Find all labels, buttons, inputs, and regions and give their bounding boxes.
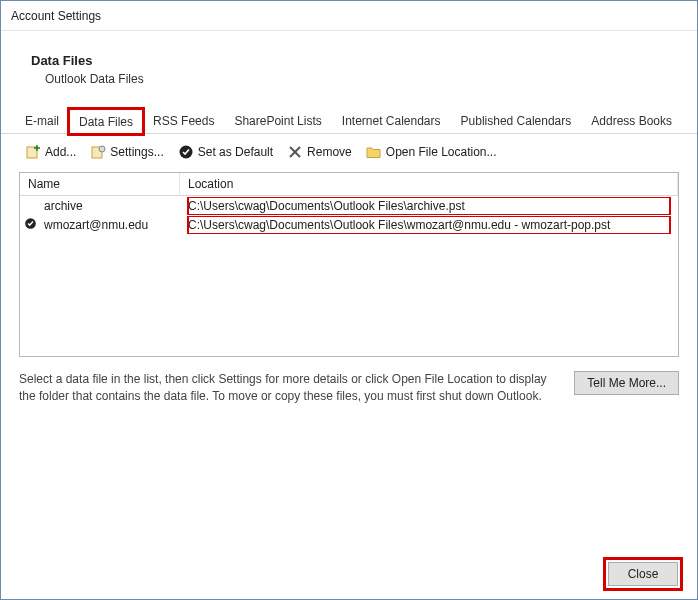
window-close-button[interactable] [653, 2, 697, 30]
add-icon [25, 144, 41, 160]
close-button[interactable]: Close [608, 562, 678, 586]
settings-button[interactable]: Settings... [84, 142, 169, 162]
open-location-label: Open File Location... [386, 145, 497, 159]
titlebar: Account Settings [1, 1, 697, 31]
tab-published-calendars[interactable]: Published Calendars [451, 108, 582, 133]
data-files-list[interactable]: Name Location archive C:\Users\cwag\Docu… [19, 172, 679, 357]
folder-open-icon [366, 144, 382, 160]
window-title: Account Settings [11, 9, 653, 23]
row-location: C:\Users\cwag\Documents\Outlook Files\wm… [180, 216, 678, 234]
open-location-button[interactable]: Open File Location... [360, 142, 503, 162]
default-marker [20, 217, 36, 233]
check-circle-icon [178, 144, 194, 160]
settings-label: Settings... [110, 145, 163, 159]
tell-me-more-button[interactable]: Tell Me More... [574, 371, 679, 395]
help-text: Select a data file in the list, then cli… [19, 371, 562, 406]
tab-address-books[interactable]: Address Books [581, 108, 682, 133]
column-location[interactable]: Location [180, 173, 678, 195]
remove-icon [287, 144, 303, 160]
close-highlight: Close [606, 560, 680, 588]
set-default-button[interactable]: Set as Default [172, 142, 279, 162]
column-name[interactable]: Name [20, 173, 180, 195]
tab-rss-feeds[interactable]: RSS Feeds [143, 108, 224, 133]
settings-icon [90, 144, 106, 160]
add-label: Add... [45, 145, 76, 159]
svg-point-7 [99, 146, 105, 152]
tab-sharepoint-lists[interactable]: SharePoint Lists [224, 108, 331, 133]
table-row[interactable]: wmozart@nmu.edu C:\Users\cwag\Documents\… [20, 215, 678, 234]
toolbar: Add... Settings... Set as Default Remove… [1, 134, 697, 172]
tabs: E-mail Data Files RSS Feeds SharePoint L… [1, 108, 697, 134]
footer: Close [0, 550, 698, 600]
set-default-label: Set as Default [198, 145, 273, 159]
tab-data-files[interactable]: Data Files [69, 109, 143, 134]
row-name: wmozart@nmu.edu [36, 218, 180, 232]
row-location: C:\Users\cwag\Documents\Outlook Files\ar… [180, 197, 678, 215]
list-header: Name Location [20, 173, 678, 196]
header-title: Data Files [31, 53, 687, 68]
table-row[interactable]: archive C:\Users\cwag\Documents\Outlook … [20, 196, 678, 215]
remove-button[interactable]: Remove [281, 142, 358, 162]
row-name: archive [36, 199, 180, 213]
header-subtitle: Outlook Data Files [31, 72, 687, 86]
header: Data Files Outlook Data Files [1, 31, 697, 100]
add-button[interactable]: Add... [19, 142, 82, 162]
check-circle-icon [24, 217, 37, 233]
remove-label: Remove [307, 145, 352, 159]
tab-internet-calendars[interactable]: Internet Calendars [332, 108, 451, 133]
help-area: Select a data file in the list, then cli… [19, 371, 679, 406]
tab-email[interactable]: E-mail [15, 108, 69, 133]
